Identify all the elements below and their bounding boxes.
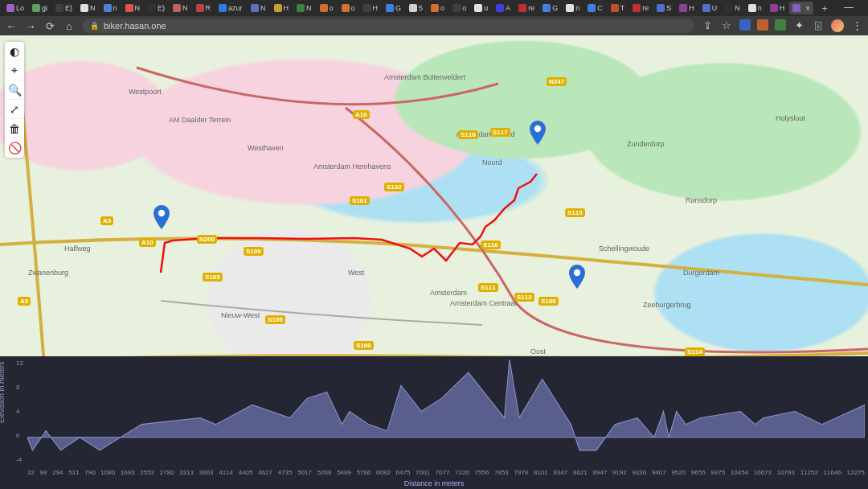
browser-tab[interactable]: re: [515, 2, 538, 14]
browser-tab[interactable]: A: [493, 2, 514, 14]
menu-button[interactable]: ⋮: [850, 19, 863, 32]
tab-favicon: [104, 4, 112, 12]
browser-tab[interactable]: E): [52, 2, 76, 14]
browser-tab[interactable]: o: [317, 2, 337, 14]
tab-label: n: [113, 4, 117, 12]
tab-favicon: [173, 4, 181, 12]
browser-tab[interactable]: N: [170, 2, 191, 14]
tab-favicon: [657, 4, 665, 12]
extension-1-icon[interactable]: [739, 19, 751, 31]
browser-tab[interactable]: N: [722, 2, 743, 14]
browser-tab[interactable]: H: [271, 2, 293, 14]
tab-favicon: [474, 4, 482, 12]
extensions-button[interactable]: ✦: [792, 19, 805, 32]
x-tick: 12275: [847, 469, 865, 476]
browser-tab[interactable]: G: [539, 2, 561, 14]
browser-tab[interactable]: E): [145, 2, 168, 14]
downloads-button[interactable]: ⍗: [812, 19, 825, 32]
chart-x-axis: 2298294511790108016932552278033133863411…: [27, 469, 865, 476]
browser-tab[interactable]: G: [383, 2, 404, 14]
browser-tab[interactable]: T: [608, 2, 628, 14]
bookmark-button[interactable]: ☆: [720, 19, 733, 32]
browser-tab[interactable]: o: [428, 2, 448, 14]
tab-label: re: [642, 4, 649, 12]
x-tick: 6082: [376, 469, 391, 476]
tab-favicon: [770, 4, 778, 12]
tab-favicon: [297, 4, 305, 12]
profile-avatar[interactable]: [831, 19, 844, 32]
tab-favicon: [251, 4, 259, 12]
tab-favicon: [409, 4, 417, 12]
browser-tab[interactable]: n: [100, 2, 121, 14]
search-icon[interactable]: 🔍: [5, 80, 24, 100]
browser-tab[interactable]: N: [248, 2, 269, 14]
browser-tab[interactable]: H: [360, 2, 382, 14]
x-tick: 8101: [534, 469, 548, 476]
browser-tab[interactable]: C: [584, 2, 606, 14]
browser-tab[interactable]: N: [293, 2, 315, 14]
address-bar: ← → ⟳ ⌂ 🔒 biker.hasan.one ⇪ ☆ ✦ ⍗ ⋮: [0, 16, 868, 35]
fullscreen-icon[interactable]: ⤢: [5, 100, 24, 119]
tab-label: R: [206, 4, 211, 12]
extension-2-icon[interactable]: [757, 19, 768, 31]
back-button[interactable]: ←: [5, 20, 18, 32]
browser-tab[interactable]: S: [653, 2, 674, 14]
browser-tab[interactable]: H: [767, 2, 788, 14]
tab-label: n: [758, 4, 762, 12]
map-roads-layer: [0, 35, 868, 356]
tab-label: o: [351, 4, 355, 12]
x-tick: 7001: [416, 469, 430, 476]
browser-tab[interactable]: re: [629, 2, 652, 14]
minimize-button[interactable]: ―: [839, 2, 858, 15]
browser-tab[interactable]: ×: [789, 2, 813, 14]
tab-favicon: [566, 4, 574, 12]
visibility-off-icon[interactable]: 🚫: [5, 138, 24, 158]
marker-poi[interactable]: [569, 265, 585, 289]
x-tick: 5786: [357, 469, 371, 476]
x-tick: 790: [84, 469, 95, 476]
tab-label: H: [780, 4, 785, 12]
browser-tab[interactable]: azure: [215, 2, 246, 14]
tab-label: S: [666, 4, 671, 12]
browser-tab[interactable]: 5: [406, 2, 426, 14]
browser-tab[interactable]: u: [471, 2, 491, 14]
map[interactable]: WestpoortWesthavenHalfwegNieuw-WestWestA…: [0, 35, 868, 356]
forward-button[interactable]: →: [24, 20, 37, 32]
tab-favicon: [725, 4, 733, 12]
marker-end[interactable]: [530, 121, 546, 145]
trash-icon[interactable]: 🗑: [5, 119, 24, 138]
browser-tab[interactable]: N: [122, 2, 144, 14]
browser-tab[interactable]: o: [338, 2, 358, 14]
x-tick: 4114: [219, 469, 233, 476]
y-tick: 4: [16, 408, 23, 415]
marker-start[interactable]: [154, 205, 170, 229]
browser-tab[interactable]: n: [563, 2, 583, 14]
url-input[interactable]: 🔒 biker.hasan.one: [82, 18, 694, 33]
home-button[interactable]: ⌂: [63, 20, 76, 32]
browser-tab[interactable]: N: [77, 2, 99, 14]
tab-label: N: [306, 4, 312, 12]
y-tick: 8: [16, 384, 23, 391]
tab-favicon: [342, 4, 350, 12]
browser-tab[interactable]: n: [745, 2, 765, 14]
reload-button[interactable]: ⟳: [43, 20, 56, 32]
extension-3-icon[interactable]: [775, 19, 786, 31]
tab-favicon: [219, 4, 227, 12]
dark-mode-icon[interactable]: ◐: [5, 42, 24, 61]
browser-tab[interactable]: gi: [29, 2, 51, 14]
share-button[interactable]: ⇪: [701, 19, 714, 32]
locate-icon[interactable]: ⌖: [5, 61, 24, 80]
elevation-chart[interactable]: Elevation in meters 12840-4 229829451179…: [0, 356, 868, 489]
chart-y-axis: 12840-4: [16, 360, 23, 463]
tab-favicon: [702, 4, 710, 12]
browser-tab[interactable]: o: [449, 2, 469, 14]
close-tab-icon[interactable]: ×: [805, 4, 810, 13]
maximize-button[interactable]: ▢: [863, 2, 868, 15]
new-tab-button[interactable]: ＋: [815, 2, 834, 15]
browser-tab[interactable]: R: [193, 2, 215, 14]
browser-tab[interactable]: H: [676, 2, 698, 14]
tab-label: re: [528, 4, 534, 12]
browser-tab[interactable]: U: [699, 2, 721, 14]
browser-tab[interactable]: Lo: [3, 2, 27, 14]
tab-favicon: [633, 4, 641, 12]
